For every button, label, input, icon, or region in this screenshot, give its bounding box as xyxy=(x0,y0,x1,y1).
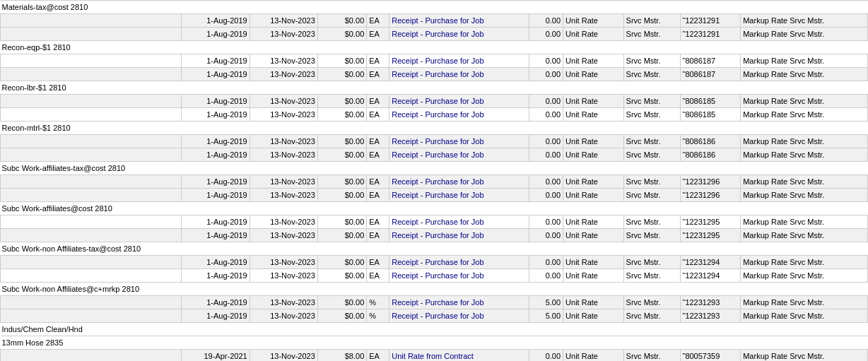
amount: $8.00 xyxy=(317,350,366,362)
start-date: 19-Apr-2021 xyxy=(182,350,250,362)
end-date: 13-Nov-2023 xyxy=(250,28,317,41)
description: Receipt - Purchase for Job xyxy=(389,175,529,189)
uom: EA xyxy=(367,108,389,122)
row-label-cell xyxy=(1,309,182,323)
data-table: Materials-tax@cost 28101-Aug-201913-Nov-… xyxy=(0,0,868,361)
section-header-row: Materials-tax@cost 2810 xyxy=(1,1,868,14)
table-row: 1-Aug-201913-Nov-2023$0.00EAReceipt - Pu… xyxy=(1,14,868,28)
markup-rate: Markup Rate Srvc Mstr. xyxy=(741,256,868,269)
end-date: 13-Nov-2023 xyxy=(250,229,317,242)
description: Receipt - Purchase for Job xyxy=(389,68,529,81)
row-label-cell xyxy=(1,229,182,242)
end-date: 13-Nov-2023 xyxy=(250,175,317,189)
record-id: ˜8086187 xyxy=(680,54,740,68)
record-id: ˜12231295 xyxy=(680,215,740,229)
description: Receipt - Purchase for Job xyxy=(389,269,529,283)
quantity: 0.00 xyxy=(529,350,563,362)
section-header-row: Subc Work-affiliates@cost 2810 xyxy=(1,202,868,215)
description: Receipt - Purchase for Job xyxy=(389,135,529,148)
description: Receipt - Purchase for Job xyxy=(389,296,529,309)
amount: $0.00 xyxy=(317,95,366,108)
end-date: 13-Nov-2023 xyxy=(250,54,317,68)
record-id: ˜12231296 xyxy=(680,175,740,189)
row-label-cell xyxy=(1,135,182,148)
start-date: 1-Aug-2019 xyxy=(182,189,250,202)
markup-rate: Markup Rate Srvc Mstr. xyxy=(741,95,868,108)
uom: EA xyxy=(367,189,389,202)
master-type: Srvc Mstr. xyxy=(623,95,680,108)
description: Receipt - Purchase for Job xyxy=(389,14,529,28)
description: Receipt - Purchase for Job xyxy=(389,108,529,122)
table-row: 1-Aug-201913-Nov-2023$0.00EAReceipt - Pu… xyxy=(1,148,868,162)
amount: $0.00 xyxy=(317,175,366,189)
quantity: 5.00 xyxy=(529,309,563,323)
end-date: 13-Nov-2023 xyxy=(250,108,317,122)
markup-rate: Markup Rate Srvc Mstr. xyxy=(741,135,868,148)
record-id: ˜12231294 xyxy=(680,269,740,283)
uom: EA xyxy=(367,215,389,229)
row-label-cell xyxy=(1,14,182,28)
rate-type: Unit Rate xyxy=(563,95,623,108)
uom: % xyxy=(367,309,389,323)
end-date: 13-Nov-2023 xyxy=(250,68,317,81)
amount: $0.00 xyxy=(317,14,366,28)
quantity: 5.00 xyxy=(529,296,563,309)
end-date: 13-Nov-2023 xyxy=(250,95,317,108)
uom: EA xyxy=(367,175,389,189)
markup-rate: Markup Rate Srvc Mstr. xyxy=(741,215,868,229)
start-date: 1-Aug-2019 xyxy=(182,14,250,28)
start-date: 1-Aug-2019 xyxy=(182,54,250,68)
rate-type: Unit Rate xyxy=(563,350,623,362)
rate-type: Unit Rate xyxy=(563,54,623,68)
record-id: ˜8086187 xyxy=(680,68,740,81)
markup-rate: Markup Rate Srvc Mstr. xyxy=(741,229,868,242)
section-header-row: 13mm Hose 2835 xyxy=(1,336,868,350)
end-date: 13-Nov-2023 xyxy=(250,350,317,362)
markup-rate: Markup Rate Srvc Mstr. xyxy=(741,189,868,202)
master-type: Srvc Mstr. xyxy=(623,189,680,202)
rate-type: Unit Rate xyxy=(563,14,623,28)
end-date: 13-Nov-2023 xyxy=(250,135,317,148)
description: Receipt - Purchase for Job xyxy=(389,229,529,242)
table-row: 19-Apr-202113-Nov-2023$8.00EAUnit Rate f… xyxy=(1,350,868,362)
rate-type: Unit Rate xyxy=(563,28,623,41)
row-label-cell xyxy=(1,296,182,309)
amount: $0.00 xyxy=(317,54,366,68)
uom: EA xyxy=(367,14,389,28)
record-id: ˜8086185 xyxy=(680,95,740,108)
section-header-row: Subc Work-affiliates-tax@cost 2810 xyxy=(1,162,868,175)
amount: $0.00 xyxy=(317,189,366,202)
record-id: ˜8086185 xyxy=(680,108,740,122)
end-date: 13-Nov-2023 xyxy=(250,14,317,28)
uom: EA xyxy=(367,229,389,242)
amount: $0.00 xyxy=(317,215,366,229)
start-date: 1-Aug-2019 xyxy=(182,215,250,229)
quantity: 0.00 xyxy=(529,175,563,189)
uom: EA xyxy=(367,54,389,68)
rate-type: Unit Rate xyxy=(563,68,623,81)
description: Receipt - Purchase for Job xyxy=(389,148,529,162)
master-type: Srvc Mstr. xyxy=(623,350,680,362)
row-label-cell xyxy=(1,108,182,122)
table-row: 1-Aug-201913-Nov-2023$0.00%Receipt - Pur… xyxy=(1,296,868,309)
section-header-row: Recon-lbr-$1 2810 xyxy=(1,81,868,95)
rate-type: Unit Rate xyxy=(563,135,623,148)
table-row: 1-Aug-201913-Nov-2023$0.00EAReceipt - Pu… xyxy=(1,256,868,269)
start-date: 1-Aug-2019 xyxy=(182,309,250,323)
row-label-cell xyxy=(1,269,182,283)
table-row: 1-Aug-201913-Nov-2023$0.00%Receipt - Pur… xyxy=(1,309,868,323)
row-label-cell xyxy=(1,215,182,229)
markup-rate: Markup Rate Srvc Mstr. xyxy=(741,14,868,28)
row-label-cell xyxy=(1,95,182,108)
quantity: 0.00 xyxy=(529,14,563,28)
main-table-container: Materials-tax@cost 28101-Aug-201913-Nov-… xyxy=(0,0,868,361)
table-row: 1-Aug-201913-Nov-2023$0.00EAReceipt - Pu… xyxy=(1,54,868,68)
markup-rate: Markup Rate Srvc Mstr. xyxy=(741,28,868,41)
master-type: Srvc Mstr. xyxy=(623,175,680,189)
record-id: ˜8086186 xyxy=(680,148,740,162)
uom: EA xyxy=(367,256,389,269)
master-type: Srvc Mstr. xyxy=(623,68,680,81)
master-type: Srvc Mstr. xyxy=(623,269,680,283)
uom: EA xyxy=(367,148,389,162)
markup-rate: Markup Rate Srvc Mstr. xyxy=(741,350,868,362)
